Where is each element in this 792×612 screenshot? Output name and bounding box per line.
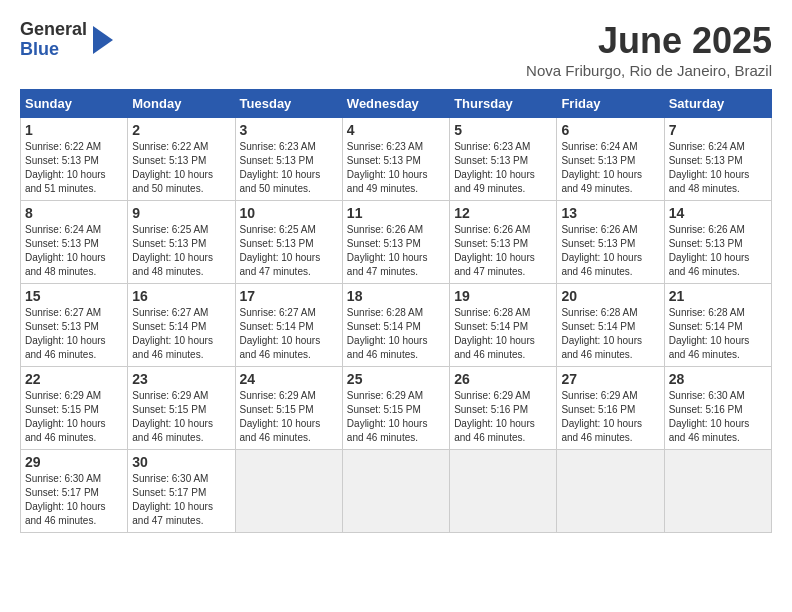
calendar-day-cell [235,450,342,533]
calendar-day-cell: 5 Sunrise: 6:23 AM Sunset: 5:13 PM Dayli… [450,118,557,201]
calendar-day-cell: 25 Sunrise: 6:29 AM Sunset: 5:15 PM Dayl… [342,367,449,450]
day-info: Sunrise: 6:29 AM Sunset: 5:15 PM Dayligh… [132,389,230,445]
calendar-day-cell: 12 Sunrise: 6:26 AM Sunset: 5:13 PM Dayl… [450,201,557,284]
day-info: Sunrise: 6:28 AM Sunset: 5:14 PM Dayligh… [454,306,552,362]
day-info: Sunrise: 6:23 AM Sunset: 5:13 PM Dayligh… [454,140,552,196]
calendar-table: SundayMondayTuesdayWednesdayThursdayFrid… [20,89,772,533]
day-number: 16 [132,288,230,304]
calendar-day-cell: 18 Sunrise: 6:28 AM Sunset: 5:14 PM Dayl… [342,284,449,367]
calendar-day-cell: 6 Sunrise: 6:24 AM Sunset: 5:13 PM Dayli… [557,118,664,201]
weekday-header: Saturday [664,90,771,118]
day-number: 7 [669,122,767,138]
day-number: 4 [347,122,445,138]
page-header: General Blue June 2025 Nova Friburgo, Ri… [20,20,772,79]
day-info: Sunrise: 6:30 AM Sunset: 5:17 PM Dayligh… [132,472,230,528]
logo-blue: Blue [20,40,87,60]
day-info: Sunrise: 6:24 AM Sunset: 5:13 PM Dayligh… [669,140,767,196]
day-number: 1 [25,122,123,138]
day-info: Sunrise: 6:24 AM Sunset: 5:13 PM Dayligh… [561,140,659,196]
calendar-day-cell: 1 Sunrise: 6:22 AM Sunset: 5:13 PM Dayli… [21,118,128,201]
calendar-day-cell: 7 Sunrise: 6:24 AM Sunset: 5:13 PM Dayli… [664,118,771,201]
month-title: June 2025 [526,20,772,62]
day-info: Sunrise: 6:30 AM Sunset: 5:17 PM Dayligh… [25,472,123,528]
calendar-day-cell [557,450,664,533]
calendar-day-cell: 9 Sunrise: 6:25 AM Sunset: 5:13 PM Dayli… [128,201,235,284]
day-number: 27 [561,371,659,387]
day-info: Sunrise: 6:29 AM Sunset: 5:16 PM Dayligh… [454,389,552,445]
day-number: 15 [25,288,123,304]
weekday-header-row: SundayMondayTuesdayWednesdayThursdayFrid… [21,90,772,118]
calendar-week-row: 29 Sunrise: 6:30 AM Sunset: 5:17 PM Dayl… [21,450,772,533]
day-info: Sunrise: 6:27 AM Sunset: 5:14 PM Dayligh… [240,306,338,362]
calendar-day-cell: 20 Sunrise: 6:28 AM Sunset: 5:14 PM Dayl… [557,284,664,367]
day-number: 25 [347,371,445,387]
calendar-day-cell: 30 Sunrise: 6:30 AM Sunset: 5:17 PM Dayl… [128,450,235,533]
day-info: Sunrise: 6:22 AM Sunset: 5:13 PM Dayligh… [25,140,123,196]
day-number: 3 [240,122,338,138]
day-number: 21 [669,288,767,304]
day-number: 24 [240,371,338,387]
calendar-day-cell: 17 Sunrise: 6:27 AM Sunset: 5:14 PM Dayl… [235,284,342,367]
calendar-day-cell: 24 Sunrise: 6:29 AM Sunset: 5:15 PM Dayl… [235,367,342,450]
day-number: 23 [132,371,230,387]
logo-icon [89,26,113,54]
day-number: 17 [240,288,338,304]
calendar-day-cell [450,450,557,533]
day-number: 2 [132,122,230,138]
day-info: Sunrise: 6:26 AM Sunset: 5:13 PM Dayligh… [454,223,552,279]
day-number: 19 [454,288,552,304]
day-number: 11 [347,205,445,221]
logo-general: General [20,20,87,40]
day-info: Sunrise: 6:23 AM Sunset: 5:13 PM Dayligh… [240,140,338,196]
calendar-week-row: 15 Sunrise: 6:27 AM Sunset: 5:13 PM Dayl… [21,284,772,367]
weekday-header: Monday [128,90,235,118]
day-number: 10 [240,205,338,221]
day-info: Sunrise: 6:25 AM Sunset: 5:13 PM Dayligh… [240,223,338,279]
day-number: 29 [25,454,123,470]
day-info: Sunrise: 6:26 AM Sunset: 5:13 PM Dayligh… [347,223,445,279]
day-info: Sunrise: 6:29 AM Sunset: 5:15 PM Dayligh… [25,389,123,445]
day-number: 30 [132,454,230,470]
day-info: Sunrise: 6:30 AM Sunset: 5:16 PM Dayligh… [669,389,767,445]
calendar-day-cell: 2 Sunrise: 6:22 AM Sunset: 5:13 PM Dayli… [128,118,235,201]
calendar-day-cell: 23 Sunrise: 6:29 AM Sunset: 5:15 PM Dayl… [128,367,235,450]
calendar-day-cell: 10 Sunrise: 6:25 AM Sunset: 5:13 PM Dayl… [235,201,342,284]
weekday-header: Sunday [21,90,128,118]
day-info: Sunrise: 6:29 AM Sunset: 5:15 PM Dayligh… [347,389,445,445]
calendar-day-cell: 22 Sunrise: 6:29 AM Sunset: 5:15 PM Dayl… [21,367,128,450]
title-block: June 2025 Nova Friburgo, Rio de Janeiro,… [526,20,772,79]
day-info: Sunrise: 6:29 AM Sunset: 5:16 PM Dayligh… [561,389,659,445]
day-info: Sunrise: 6:27 AM Sunset: 5:13 PM Dayligh… [25,306,123,362]
day-number: 18 [347,288,445,304]
day-info: Sunrise: 6:29 AM Sunset: 5:15 PM Dayligh… [240,389,338,445]
calendar-day-cell: 26 Sunrise: 6:29 AM Sunset: 5:16 PM Dayl… [450,367,557,450]
calendar-week-row: 1 Sunrise: 6:22 AM Sunset: 5:13 PM Dayli… [21,118,772,201]
calendar-day-cell [664,450,771,533]
day-info: Sunrise: 6:26 AM Sunset: 5:13 PM Dayligh… [561,223,659,279]
calendar-day-cell: 8 Sunrise: 6:24 AM Sunset: 5:13 PM Dayli… [21,201,128,284]
day-number: 20 [561,288,659,304]
day-number: 12 [454,205,552,221]
calendar-day-cell: 3 Sunrise: 6:23 AM Sunset: 5:13 PM Dayli… [235,118,342,201]
calendar-day-cell: 11 Sunrise: 6:26 AM Sunset: 5:13 PM Dayl… [342,201,449,284]
weekday-header: Tuesday [235,90,342,118]
day-number: 8 [25,205,123,221]
day-number: 28 [669,371,767,387]
day-info: Sunrise: 6:28 AM Sunset: 5:14 PM Dayligh… [347,306,445,362]
day-info: Sunrise: 6:28 AM Sunset: 5:14 PM Dayligh… [561,306,659,362]
calendar-day-cell: 13 Sunrise: 6:26 AM Sunset: 5:13 PM Dayl… [557,201,664,284]
weekday-header: Friday [557,90,664,118]
day-number: 26 [454,371,552,387]
day-number: 14 [669,205,767,221]
day-number: 22 [25,371,123,387]
day-info: Sunrise: 6:22 AM Sunset: 5:13 PM Dayligh… [132,140,230,196]
calendar-day-cell: 4 Sunrise: 6:23 AM Sunset: 5:13 PM Dayli… [342,118,449,201]
day-info: Sunrise: 6:24 AM Sunset: 5:13 PM Dayligh… [25,223,123,279]
day-info: Sunrise: 6:26 AM Sunset: 5:13 PM Dayligh… [669,223,767,279]
day-info: Sunrise: 6:28 AM Sunset: 5:14 PM Dayligh… [669,306,767,362]
calendar-day-cell: 15 Sunrise: 6:27 AM Sunset: 5:13 PM Dayl… [21,284,128,367]
svg-marker-0 [93,26,113,54]
day-number: 9 [132,205,230,221]
calendar-week-row: 22 Sunrise: 6:29 AM Sunset: 5:15 PM Dayl… [21,367,772,450]
day-info: Sunrise: 6:27 AM Sunset: 5:14 PM Dayligh… [132,306,230,362]
